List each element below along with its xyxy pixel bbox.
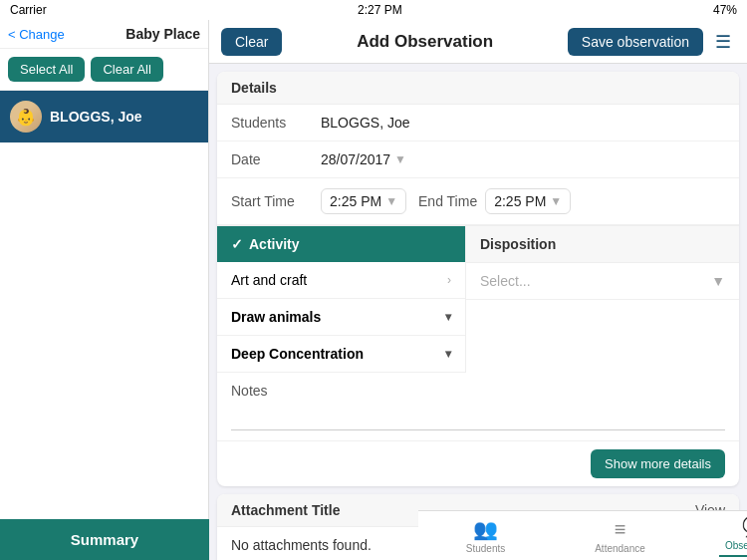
students-tab-icon: 👥 (473, 517, 498, 541)
change-button[interactable]: < Change (8, 27, 65, 42)
start-time-value: 2:25 PM (330, 193, 381, 209)
left-header: < Change Baby Place (0, 20, 208, 49)
activity-item-0[interactable]: Art and craft › (217, 262, 465, 299)
start-time-label: Start Time (231, 193, 321, 209)
tab-active-indicator (719, 555, 747, 557)
show-more-row: Show more details (217, 441, 739, 486)
save-observation-button[interactable]: Save observation (568, 28, 703, 56)
end-time-arrow-icon: ▼ (550, 194, 562, 208)
main-title: Add Observation (282, 32, 567, 52)
student-name: BLOGGS, Joe (50, 109, 142, 125)
main-header: Clear Add Observation Save observation ☰ (209, 20, 747, 64)
activity-chevron-right-0: › (447, 273, 451, 287)
disposition-arrow-icon: ▼ (711, 273, 725, 289)
activity-item-label-1: Draw animals (231, 309, 321, 325)
disposition-select[interactable]: Select... ▼ (466, 263, 739, 300)
activity-item-label-2: Deep Concentration (231, 346, 364, 362)
details-card: Details Students BLOGGS, Joe Date 28/07/… (217, 72, 739, 486)
content-area: Details Students BLOGGS, Joe Date 28/07/… (209, 64, 747, 560)
students-tab-label: Students (466, 543, 505, 554)
end-time-label: End Time (418, 193, 477, 209)
notes-label: Notes (231, 383, 725, 399)
activity-chevron-down-1: ▾ (445, 310, 451, 324)
observations-tab-label: Observations (725, 540, 747, 551)
students-value: BLOGGS, Joe (321, 115, 725, 131)
avatar: 👶 (10, 101, 42, 133)
checkmark-icon: ✓ (231, 236, 243, 252)
show-more-button[interactable]: Show more details (591, 449, 725, 478)
date-value-container[interactable]: 28/07/2017 ▼ (321, 151, 406, 167)
activity-item-label-0: Art and craft (231, 272, 307, 288)
disposition-placeholder: Select... (480, 273, 531, 289)
summary-button[interactable]: Summary (0, 519, 209, 560)
end-time-value: 2:25 PM (494, 193, 546, 209)
date-arrow-icon: ▼ (394, 152, 406, 166)
tab-students[interactable]: 👥 Students (418, 513, 553, 558)
start-time-box[interactable]: 2:25 PM ▼ (321, 188, 406, 214)
tab-observations[interactable]: 💬 Observations (687, 510, 747, 560)
activity-header-label: Activity (249, 236, 300, 252)
battery-text: 47% (713, 3, 737, 17)
menu-icon[interactable]: ☰ (711, 27, 735, 57)
tab-attendance[interactable]: ≡ Attendance (553, 514, 687, 558)
student-list-item[interactable]: 👶 BLOGGS, Joe (0, 91, 208, 142)
end-time-box[interactable]: 2:25 PM ▼ (485, 188, 571, 214)
clear-all-button[interactable]: Clear All (91, 57, 162, 82)
header-buttons: Select All Clear All (0, 49, 208, 91)
app-name: Baby Place (125, 26, 200, 42)
main-panel: Clear Add Observation Save observation ☰… (209, 20, 747, 560)
tab-bar: 👥 Students ≡ Attendance 💬 Observations ⬇… (418, 510, 747, 560)
left-panel: < Change Baby Place Select All Clear All… (0, 20, 209, 560)
avatar-placeholder: 👶 (10, 101, 42, 133)
date-row[interactable]: Date 28/07/2017 ▼ (217, 141, 739, 178)
notes-line[interactable] (231, 407, 725, 430)
activity-item-2[interactable]: Deep Concentration ▾ (217, 336, 465, 373)
observations-tab-icon: 💬 (742, 514, 747, 538)
activity-header: ✓ Activity (217, 226, 465, 262)
time-row: Start Time 2:25 PM ▼ End Time 2:25 PM ▼ (217, 178, 739, 225)
activity-disposition-section: ✓ Activity Art and craft › Draw animals … (217, 225, 739, 373)
disposition-column: Disposition Select... ▼ (466, 226, 739, 373)
attendance-tab-icon: ≡ (615, 518, 626, 541)
date-value: 28/07/2017 (321, 151, 390, 167)
clear-button[interactable]: Clear (221, 28, 282, 56)
details-header: Details (217, 72, 739, 105)
status-bar: Carrier 2:27 PM 47% (0, 0, 747, 20)
attachment-title: Attachment Title (231, 502, 340, 518)
attendance-tab-label: Attendance (595, 543, 645, 554)
students-label: Students (231, 115, 321, 131)
carrier-text: Carrier (10, 3, 47, 17)
date-label: Date (231, 151, 321, 167)
start-time-arrow-icon: ▼ (385, 194, 397, 208)
students-row: Students BLOGGS, Joe (217, 105, 739, 141)
time-text: 2:27 PM (358, 3, 402, 17)
activity-chevron-down-2: ▾ (445, 347, 451, 361)
activity-column: ✓ Activity Art and craft › Draw animals … (217, 226, 466, 373)
select-all-button[interactable]: Select All (8, 57, 85, 82)
disposition-header: Disposition (466, 226, 739, 263)
notes-row: Notes (217, 373, 739, 441)
activity-item-1[interactable]: Draw animals ▾ (217, 299, 465, 336)
